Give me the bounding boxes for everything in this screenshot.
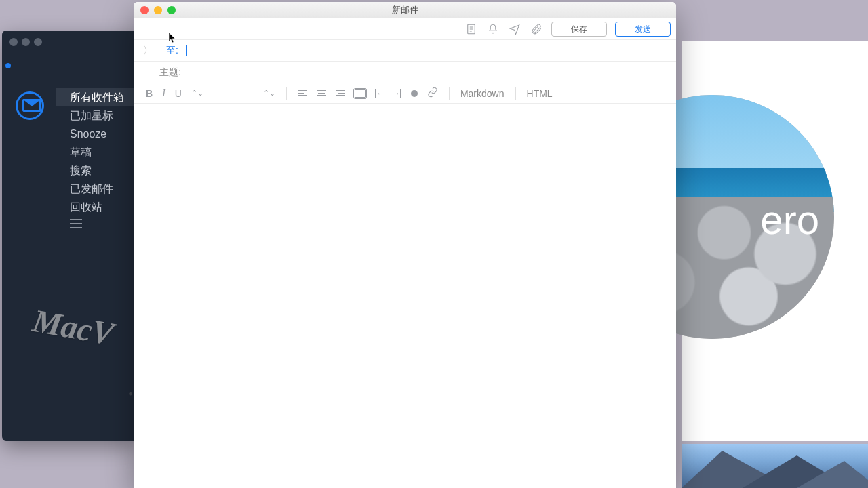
sidebar-item-starred[interactable]: 已加星标 xyxy=(56,106,138,125)
save-button[interactable]: 保存 xyxy=(551,22,607,37)
mail-sidebar-window: 所有收件箱 已加星标 Snooze 草稿 搜索 已发邮件 回收站 xyxy=(2,30,138,441)
hero-text-fragment: ero xyxy=(760,197,819,243)
app-logo-icon xyxy=(16,92,44,120)
font-style-dropdown-icon[interactable]: ⌃⌄ xyxy=(191,89,203,98)
sidebar-item-search[interactable]: 搜索 xyxy=(56,161,138,180)
sidebar-nav: 所有收件箱 已加星标 Snooze 草稿 搜索 已发邮件 回收站 xyxy=(56,88,138,216)
blockquote-icon[interactable] xyxy=(355,89,366,98)
separator xyxy=(286,87,287,100)
send-button[interactable]: 发送 xyxy=(615,22,671,37)
bullet-list-icon[interactable] xyxy=(411,90,418,97)
subject-label: 主题: xyxy=(159,66,181,79)
sidebar-item-drafts[interactable]: 草稿 xyxy=(56,143,138,161)
send-later-icon[interactable] xyxy=(508,22,521,36)
traffic-light-close[interactable] xyxy=(9,38,18,46)
hamburger-icon[interactable] xyxy=(70,219,82,231)
separator xyxy=(515,87,516,100)
font-size-dropdown-icon[interactable]: ⌃⌄ xyxy=(263,89,275,98)
reminder-bell-icon[interactable] xyxy=(486,22,500,36)
sidebar-item-trash[interactable]: 回收站 xyxy=(56,198,138,216)
compose-titlebar[interactable]: 新邮件 xyxy=(134,2,676,18)
traffic-light-zoom[interactable] xyxy=(167,6,176,14)
traffic-light-minimize[interactable] xyxy=(22,38,30,46)
subject-row[interactable]: 主题: xyxy=(134,62,676,83)
traffic-light-minimize[interactable] xyxy=(154,6,162,14)
compose-window: 新邮件 保存 发送 〉 至: 主题: B I U ⌃⌄ ⌃⌄ xyxy=(134,2,676,488)
compose-title: 新邮件 xyxy=(392,5,418,15)
indent-icon[interactable]: → xyxy=(393,89,401,98)
template-icon[interactable] xyxy=(465,22,478,36)
traffic-light-zoom[interactable] xyxy=(34,38,42,46)
mouse-cursor-icon xyxy=(168,32,176,44)
compose-toolbar: 保存 发送 xyxy=(134,18,676,40)
align-center-icon[interactable] xyxy=(317,90,326,96)
to-row[interactable]: 〉 至: xyxy=(134,40,676,62)
underline-button[interactable]: U xyxy=(175,88,182,99)
sidebar-item-all-inboxes[interactable]: 所有收件箱 xyxy=(56,88,138,106)
markdown-mode-button[interactable]: Markdown xyxy=(460,88,505,99)
italic-button[interactable]: I xyxy=(162,88,165,99)
expand-recipients-icon[interactable]: 〉 xyxy=(143,45,151,57)
format-toolbar: B I U ⌃⌄ ⌃⌄ ← → Markdown HTML xyxy=(134,83,676,104)
align-left-icon[interactable] xyxy=(298,90,307,96)
traffic-light-close[interactable] xyxy=(140,6,149,14)
html-mode-button[interactable]: HTML xyxy=(527,88,553,99)
compose-body[interactable] xyxy=(134,104,676,488)
link-icon[interactable] xyxy=(427,87,438,100)
align-right-icon[interactable] xyxy=(336,90,345,96)
sidebar-item-snooze[interactable]: Snooze xyxy=(56,125,138,143)
mountain-wallpaper xyxy=(682,444,868,488)
sidebar-item-sent[interactable]: 已发邮件 xyxy=(56,180,138,198)
to-label: 至: xyxy=(166,45,178,57)
separator xyxy=(449,87,450,100)
bold-button[interactable]: B xyxy=(146,88,153,99)
unread-indicator xyxy=(5,63,11,68)
text-caret xyxy=(186,45,187,56)
outdent-icon[interactable]: ← xyxy=(375,89,384,98)
attachment-icon[interactable] xyxy=(530,22,543,36)
